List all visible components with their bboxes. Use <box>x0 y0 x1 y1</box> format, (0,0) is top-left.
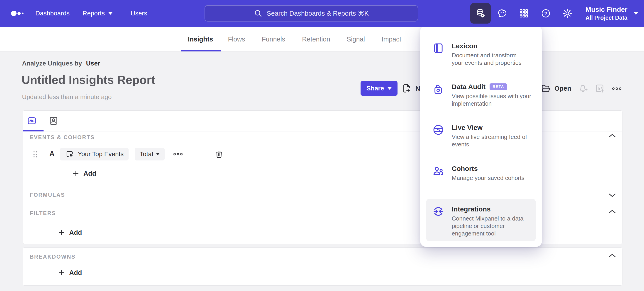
menu-item-live-view[interactable]: Live View View a live streaming feed of … <box>426 119 536 153</box>
bell-plus-icon <box>578 83 589 94</box>
project-switcher[interactable]: Music Finder All Project Data <box>586 0 638 27</box>
tab-funnels-label: Funnels <box>262 35 285 43</box>
lexicon-book-icon <box>432 42 445 67</box>
menu-item-lexicon[interactable]: Lexicon Document and transform your even… <box>426 37 536 71</box>
add-alert-button[interactable] <box>578 83 589 94</box>
tab-retention-label: Retention <box>302 35 330 43</box>
live-view-globe-icon <box>432 123 445 148</box>
page-title[interactable]: Untitled Insights Report <box>22 73 155 87</box>
menu-item-title: Cohorts <box>452 164 524 173</box>
search-placeholder: Search Dashboards & Reports ⌘K <box>267 9 369 17</box>
updated-timestamp: Updated less than a minute ago <box>22 93 112 101</box>
beta-badge: BETA <box>490 83 507 90</box>
menu-item-integrations[interactable]: Integrations Connect Mixpanel to a data … <box>426 199 536 241</box>
nav-reports[interactable]: Reports <box>82 0 112 27</box>
chevron-down-icon <box>388 87 392 90</box>
menu-item-title: Live View <box>452 123 527 132</box>
more-options-button[interactable] <box>611 87 622 90</box>
share-button[interactable]: Share <box>360 81 398 96</box>
chevron-down-icon <box>108 12 112 15</box>
series-letter: A <box>48 150 56 157</box>
data-management-icon <box>475 8 486 19</box>
tab-insights[interactable]: Insights <box>188 27 213 52</box>
settings-button[interactable] <box>557 3 578 23</box>
nav-users[interactable]: Users <box>130 0 147 27</box>
drag-handle-icon[interactable] <box>33 150 38 158</box>
data-management-button[interactable] <box>470 3 491 23</box>
tab-events-view[interactable] <box>26 116 37 126</box>
tab-insights-label: Insights <box>188 35 213 43</box>
menu-item-description: View a live streaming feed of events <box>452 133 527 148</box>
filters-collapse-chevron-up-icon[interactable] <box>608 209 616 214</box>
plus-icon <box>72 170 79 177</box>
mixpanel-logo-icon[interactable] <box>11 8 27 18</box>
aggregation-label: Total <box>140 150 153 158</box>
breakdowns-card: BREAKDOWNS Add <box>23 248 622 286</box>
tab-signal[interactable]: Signal <box>347 27 365 52</box>
gear-icon <box>562 8 572 18</box>
tab-impact-label: Impact <box>382 35 401 43</box>
tab-retention[interactable]: Retention <box>302 27 330 52</box>
menu-item-description: Connect Mixpanel to a data pipeline or c… <box>452 215 524 237</box>
add-event-button[interactable]: Add <box>72 169 96 178</box>
menu-item-title: Data Audit <box>452 82 486 91</box>
open-button-label: Open <box>554 85 571 92</box>
ellipsis-icon <box>612 87 622 90</box>
add-to-dashboard-button[interactable] <box>594 83 606 94</box>
add-filter-label: Add <box>69 229 82 236</box>
breakdowns-section-label: BREAKDOWNS <box>30 254 76 260</box>
open-report-button[interactable]: Open <box>540 81 571 96</box>
share-button-label: Share <box>366 85 384 92</box>
menu-item-cohorts[interactable]: Cohorts Manage your saved cohorts <box>426 160 536 186</box>
events-section-label: EVENTS & COHORTS <box>30 134 95 141</box>
event-cursor-icon <box>65 150 74 159</box>
analyze-uniques-row: Analyze Uniques by User <box>22 60 100 67</box>
delete-row-trash-icon[interactable] <box>214 149 224 159</box>
add-filter-button[interactable]: Add <box>58 228 82 237</box>
add-breakdown-button[interactable]: Add <box>58 268 82 277</box>
formulas-expand-chevron-down-icon[interactable] <box>608 193 616 198</box>
active-view-underline <box>23 130 44 131</box>
chevron-down-icon <box>156 153 160 155</box>
feedback-chat-icon <box>497 8 508 18</box>
line-chart-icon <box>26 116 37 126</box>
active-tab-underline <box>181 50 221 51</box>
menu-item-title: Lexicon <box>452 42 522 50</box>
menu-item-title-row: Data Audit BETA <box>452 82 531 91</box>
tab-funnels[interactable]: Funnels <box>262 27 285 52</box>
nav-users-label: Users <box>130 10 147 17</box>
help-button[interactable]: ? <box>536 3 556 23</box>
plus-icon <box>58 269 65 276</box>
nav-dashboards-label: Dashboards <box>35 10 70 17</box>
menu-item-description: View possible issues with your implement… <box>452 92 531 107</box>
menu-item-description: Manage your saved cohorts <box>452 174 524 182</box>
nav-dashboards[interactable]: Dashboards <box>35 0 70 27</box>
event-selector-pill[interactable]: Your Top Events <box>60 148 128 160</box>
plus-icon <box>58 229 65 236</box>
aggregation-selector-pill[interactable]: Total <box>135 148 165 160</box>
cohorts-people-icon <box>432 164 445 182</box>
data-audit-lock-icon <box>432 82 445 107</box>
add-breakdown-label: Add <box>69 269 82 277</box>
tab-impact[interactable]: Impact <box>382 27 401 52</box>
svg-text:?: ? <box>544 11 547 16</box>
tab-profiles-view[interactable] <box>48 116 59 126</box>
tab-flows[interactable]: Flows <box>228 27 245 52</box>
feedback-button[interactable] <box>492 3 512 23</box>
apps-grid-icon <box>518 8 529 18</box>
help-icon: ? <box>540 8 551 18</box>
analyze-prefix: Analyze Uniques by <box>22 60 82 67</box>
menu-item-data-audit[interactable]: Data Audit BETA View possible issues wit… <box>426 78 536 112</box>
analyze-value-selector[interactable]: User <box>86 60 100 67</box>
integrations-sync-icon <box>432 205 445 237</box>
breakdowns-collapse-chevron-up-icon[interactable] <box>608 253 616 258</box>
chevron-down-icon <box>633 12 638 15</box>
events-collapse-chevron-up-icon[interactable] <box>608 133 616 138</box>
apps-grid-button[interactable] <box>514 3 534 23</box>
row-more-options-button[interactable] <box>173 153 183 156</box>
tab-signal-label: Signal <box>347 35 365 43</box>
search-input[interactable]: Search Dashboards & Reports ⌘K <box>204 5 418 21</box>
event-selector-label: Your Top Events <box>78 150 124 158</box>
nav-reports-label: Reports <box>82 10 105 17</box>
add-event-label: Add <box>84 170 96 177</box>
